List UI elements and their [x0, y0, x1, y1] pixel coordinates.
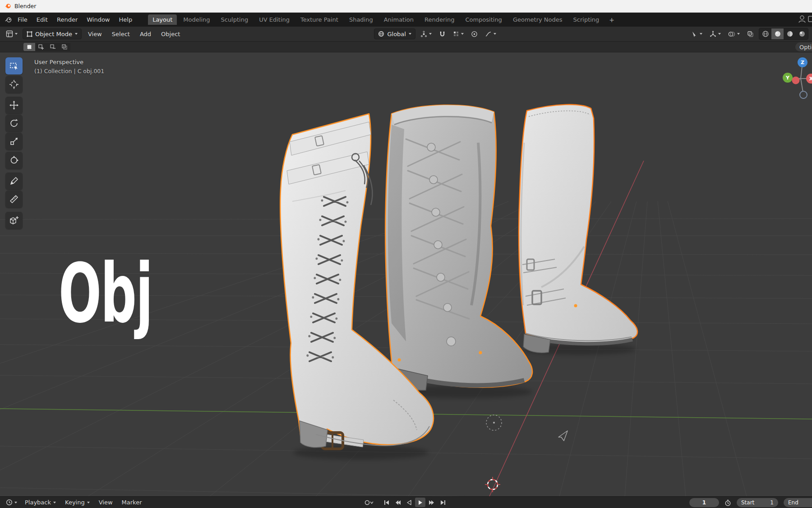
menu-view[interactable]: View	[84, 29, 106, 39]
chevron-down-icon	[75, 33, 78, 35]
auto-keying-toggle[interactable]	[364, 498, 374, 507]
tool-move[interactable]	[5, 97, 23, 114]
menu-help[interactable]: Help	[115, 14, 137, 25]
orientation-label: Global	[387, 31, 406, 37]
object-visibility-dropdown[interactable]	[689, 28, 705, 39]
empty-object[interactable]	[486, 415, 502, 430]
menu-render[interactable]: Render	[53, 14, 82, 25]
blender-logo-icon	[5, 3, 11, 9]
prev-keyframe-button[interactable]	[392, 498, 403, 507]
jump-end-icon	[440, 499, 446, 506]
play-reverse-button[interactable]	[404, 498, 414, 507]
frame-end-field[interactable]: End 2	[784, 498, 812, 507]
shading-material-button[interactable]	[784, 28, 796, 39]
tool-transform[interactable]	[5, 152, 23, 169]
tool-options-dropdown[interactable]: Options	[795, 42, 812, 51]
menu-file[interactable]: File	[14, 14, 32, 25]
playback-label: Playback	[25, 499, 51, 506]
overlays-dropdown[interactable]	[726, 28, 742, 39]
chevron-down-icon	[53, 502, 56, 503]
current-frame-field[interactable]: 1	[689, 498, 719, 507]
scene-selector-cut[interactable]	[798, 14, 812, 23]
gizmo-x-neg-ball[interactable]	[792, 77, 800, 84]
gizmos-dropdown[interactable]	[707, 28, 723, 39]
jump-to-start-button[interactable]	[381, 498, 392, 507]
select-extend-icon	[38, 44, 44, 50]
proportional-editing-toggle[interactable]	[469, 28, 480, 39]
timeline-editor-type-button[interactable]	[4, 497, 19, 508]
tool-scale[interactable]	[5, 133, 23, 150]
overlays-icon	[728, 31, 735, 37]
marker-menu[interactable]: Marker	[118, 498, 146, 507]
tool-add-cube[interactable]	[5, 212, 23, 229]
mode-dropdown[interactable]: Object Mode	[23, 28, 82, 39]
tab-layout[interactable]: Layout	[148, 14, 177, 25]
tab-modeling[interactable]: Modeling	[179, 14, 214, 25]
boot-object-2[interactable]	[385, 105, 532, 391]
snap-toggle[interactable]	[437, 28, 448, 39]
menu-select[interactable]: Select	[108, 29, 134, 39]
shading-solid-button[interactable]	[771, 28, 784, 39]
menu-add[interactable]: Add	[136, 29, 155, 39]
menu-object[interactable]: Object	[157, 29, 184, 39]
select-mode-extend-button[interactable]	[35, 43, 47, 51]
timeline-view-menu[interactable]: View	[95, 498, 116, 507]
select-mode-intersect-button[interactable]	[59, 43, 70, 51]
tab-rendering[interactable]: Rendering	[420, 14, 459, 25]
tool-cursor[interactable]	[5, 76, 23, 93]
tool-select-box[interactable]	[5, 57, 23, 75]
keying-label: Keying	[65, 499, 85, 506]
scene-browse-icon	[798, 14, 812, 23]
shading-wireframe-button[interactable]	[759, 28, 771, 39]
add-workspace-button[interactable]: +	[605, 15, 618, 24]
frame-start-field[interactable]: Start 1	[737, 498, 778, 507]
jump-start-icon	[383, 499, 390, 506]
jump-to-end-button[interactable]	[438, 498, 448, 507]
snap-settings-dropdown[interactable]	[451, 28, 466, 39]
tab-sculpting[interactable]: Sculpting	[216, 14, 253, 25]
proportional-falloff-dropdown[interactable]	[483, 28, 498, 39]
tool-measure[interactable]	[5, 191, 23, 208]
editor-type-button[interactable]	[4, 28, 20, 39]
playback-menu[interactable]: Playback	[21, 498, 60, 507]
pivot-point-dropdown[interactable]	[418, 28, 434, 39]
object-mode-icon	[27, 31, 32, 37]
boot-object-3[interactable]	[519, 105, 637, 353]
tool-rotate[interactable]	[5, 115, 23, 132]
menu-edit[interactable]: Edit	[32, 14, 52, 25]
chevron-down-icon	[14, 502, 17, 503]
navigation-gizmo[interactable]: Z Y X	[783, 57, 812, 98]
tool-settings-bar: Options	[0, 42, 812, 52]
menu-window[interactable]: Window	[83, 14, 114, 25]
select-mode-subtract-button[interactable]	[47, 43, 59, 51]
measure-ruler-icon	[9, 194, 19, 205]
tab-uv-editing[interactable]: UV Editing	[254, 14, 294, 25]
tab-animation[interactable]: Animation	[379, 14, 418, 25]
tab-compositing[interactable]: Compositing	[461, 14, 507, 25]
xray-toggle[interactable]	[745, 28, 756, 39]
viewport-3d[interactable]: Z Y X User Perspective (1) Collection | …	[0, 52, 812, 496]
box-select-icon	[9, 61, 19, 71]
select-mode-set-button[interactable]	[23, 43, 35, 51]
window-title: Blender	[14, 3, 36, 9]
tab-scripting[interactable]: Scripting	[569, 14, 604, 25]
tab-geometry-nodes[interactable]: Geometry Nodes	[508, 14, 567, 25]
timer-icon[interactable]	[724, 499, 731, 506]
boot1-origin-dot	[398, 359, 401, 362]
chevron-down-icon	[494, 33, 496, 35]
tool-annotate[interactable]	[5, 172, 23, 190]
tab-shading[interactable]: Shading	[345, 14, 378, 25]
next-keyframe-button[interactable]	[426, 498, 437, 507]
cursor-tool-icon	[9, 79, 19, 90]
cursor-3d[interactable]	[485, 477, 500, 492]
timeline-view-label: View	[99, 499, 113, 506]
gizmo-z-neg-ball[interactable]	[800, 91, 807, 98]
tab-texture-paint[interactable]: Texture Paint	[296, 14, 343, 25]
blender-app-menu-icon[interactable]	[5, 17, 13, 23]
add-cube-icon	[9, 215, 19, 226]
plane-empty-object[interactable]	[558, 431, 567, 441]
keying-menu[interactable]: Keying	[61, 498, 93, 507]
transform-orientation-dropdown[interactable]: Global	[374, 28, 415, 39]
play-button[interactable]	[415, 498, 425, 507]
shading-rendered-button[interactable]	[796, 28, 808, 39]
